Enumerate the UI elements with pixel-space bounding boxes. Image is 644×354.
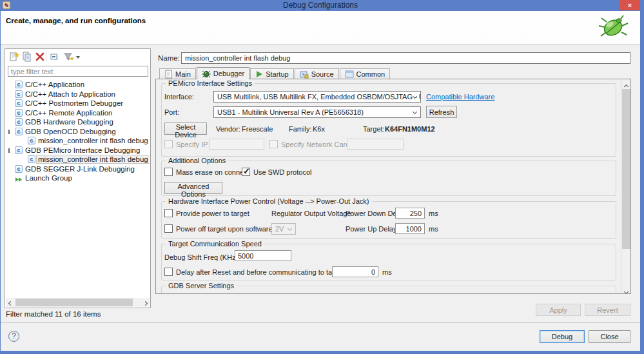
- family-label: Family:: [289, 125, 311, 133]
- vendor-value: Freescale: [242, 125, 273, 133]
- specify-network-checkbox[interactable]: [269, 140, 278, 148]
- sidebar-horizontal-scrollbar[interactable]: [6, 298, 150, 307]
- shift-freq-field[interactable]: [235, 250, 291, 261]
- tree-item-mission-controller-selected[interactable]: mission_controller int flash debug: [6, 155, 150, 164]
- tab-debugger[interactable]: Debugger: [197, 67, 249, 79]
- filter-input[interactable]: [8, 66, 148, 77]
- document-icon: [164, 70, 173, 79]
- delay-unit: ms: [382, 268, 392, 276]
- filter-menu-chevron-icon[interactable]: [76, 56, 80, 59]
- family-value: K6x: [313, 125, 325, 133]
- tab-startup[interactable]: Startup: [250, 68, 293, 79]
- configurations-tree: C/C++ Application C/C++ Attach to Applic…: [6, 80, 150, 297]
- close-icon[interactable]: ×: [620, 0, 640, 10]
- tree-item-gdb-hardware[interactable]: GDB Hardware Debugging: [6, 117, 150, 127]
- swd-protocol-checkbox[interactable]: [242, 168, 250, 176]
- scroll-right-icon[interactable]: [141, 298, 150, 307]
- duplicate-configuration-icon[interactable]: [22, 52, 32, 62]
- collapse-all-icon[interactable]: [50, 52, 60, 62]
- delay-after-reset-checkbox[interactable]: [164, 268, 173, 276]
- interface-label: Interface:: [164, 93, 194, 101]
- tab-main[interactable]: Main: [159, 68, 196, 79]
- provide-power-label: Provide power to target: [176, 210, 249, 217]
- new-configuration-icon[interactable]: [9, 52, 19, 62]
- expander-icon[interactable]: [8, 148, 10, 153]
- scroll-down-icon[interactable]: [621, 284, 631, 293]
- tree-item-gdb-segger[interactable]: GDB SEGGER J-Link Debugging: [6, 164, 150, 174]
- tab-source[interactable]: Source: [295, 68, 339, 79]
- advanced-options-button[interactable]: Advanced Options: [164, 182, 222, 194]
- refresh-button[interactable]: Refresh: [426, 106, 457, 118]
- c-app-icon: [28, 137, 35, 144]
- communication-speed-group: Target Communication Speed Debug Shift F…: [161, 244, 616, 280]
- target-label: Target:: [363, 125, 385, 133]
- scroll-thumb[interactable]: [15, 299, 133, 306]
- debug-configurations-dialog: Debug Configurations × Create, manage, a…: [0, 0, 644, 354]
- regulator-voltage-label: Regulator Output Voltage: [271, 210, 351, 217]
- dialog-header: Create, manage, and run configurations: [1, 11, 640, 45]
- vendor-label: Vendor:: [216, 125, 240, 133]
- specify-ip-checkbox[interactable]: [164, 140, 173, 148]
- tab-bar: Main Debugger Startup Source Common: [159, 67, 391, 79]
- help-icon[interactable]: ?: [8, 331, 19, 342]
- select-device-button[interactable]: Select Device: [164, 123, 207, 135]
- revert-button[interactable]: Revert: [585, 304, 630, 316]
- provide-power-checkbox[interactable]: [164, 209, 173, 217]
- mass-erase-label: Mass erase on connect: [176, 168, 249, 176]
- name-input[interactable]: [181, 52, 630, 64]
- tree-item-gdb-openocd[interactable]: GDB OpenOCD Debugging: [6, 127, 150, 137]
- filter-icon[interactable]: [63, 52, 73, 62]
- close-dialog-button[interactable]: Close: [589, 330, 630, 343]
- c-app-icon: [15, 146, 23, 154]
- apply-button[interactable]: Apply: [536, 304, 581, 316]
- form-vertical-scrollbar[interactable]: [621, 79, 630, 293]
- specify-network-field[interactable]: [347, 139, 404, 150]
- launch-group-icon: [15, 174, 23, 182]
- specify-ip-field[interactable]: [210, 139, 264, 150]
- sidebar-toolbar: [6, 50, 148, 63]
- pemicro-settings-group: PEMicro Interface Settings Interface: US…: [161, 83, 616, 157]
- debug-bug-icon: [598, 13, 629, 45]
- power-up-delay-label: Power Up Delay: [346, 225, 396, 233]
- table-icon: [345, 70, 354, 78]
- power-up-delay-field[interactable]: [395, 223, 425, 234]
- tree-item-cpp-application[interactable]: C/C++ Application: [6, 80, 150, 90]
- debugger-tab-panel: PEMicro Interface Settings Interface: US…: [155, 79, 631, 294]
- tree-item-gdb-pemicro[interactable]: GDB PEMicro Interface Debugging: [6, 146, 150, 155]
- chevron-down-icon: [413, 110, 417, 114]
- tree-item-launch-group[interactable]: Launch Group: [6, 173, 150, 183]
- scroll-left-icon[interactable]: [6, 298, 15, 307]
- power-down-delay-field[interactable]: [395, 208, 425, 219]
- delete-configuration-icon[interactable]: [35, 52, 45, 62]
- tree-item-cpp-attach[interactable]: C/C++ Attach to Application: [6, 90, 150, 99]
- voltage-combo[interactable]: 2V: [271, 223, 296, 235]
- gdb-server-settings-group: GDB Server Settings: [161, 286, 616, 294]
- power-off-label: Power off target upon software exit: [176, 225, 286, 233]
- scroll-up-icon[interactable]: [621, 79, 631, 88]
- power-off-checkbox[interactable]: [164, 224, 173, 233]
- expander-icon[interactable]: [8, 130, 10, 134]
- bug-icon: [202, 70, 211, 78]
- tree-item-cpp-postmortem[interactable]: C/C++ Postmortem Debugger: [6, 99, 150, 108]
- port-combo[interactable]: USB1 - Multilink Universal Rev A (PE5656…: [213, 106, 421, 118]
- interface-combo[interactable]: USB Multilink, USB Multilink FX, Embedde…: [213, 91, 421, 103]
- play-icon: [255, 70, 263, 78]
- tree-item-cpp-remote[interactable]: C/C++ Remote Application: [6, 108, 150, 118]
- name-label: Name:: [158, 54, 180, 62]
- delay-after-reset-label: Delay after Reset and before communicati…: [176, 268, 355, 276]
- tab-common[interactable]: Common: [340, 68, 391, 79]
- debug-button[interactable]: Debug: [540, 330, 585, 343]
- footer-separator: [1, 322, 641, 323]
- c-app-icon: [15, 165, 23, 173]
- titlebar[interactable]: Debug Configurations ×: [1, 0, 640, 11]
- port-label: Port:: [164, 108, 179, 116]
- mass-erase-checkbox[interactable]: [164, 168, 173, 176]
- filter-status: Filter matched 11 of 16 items: [6, 310, 101, 318]
- compatible-hardware-link[interactable]: Compatible Hardware: [426, 93, 494, 101]
- scroll-thumb[interactable]: [622, 89, 630, 249]
- tree-item-mission-controller-cmsisdap[interactable]: mission_controller int flash debug cmsis…: [6, 136, 150, 146]
- c-app-icon: [15, 99, 23, 107]
- c-app-icon: [15, 109, 23, 117]
- delay-after-reset-field[interactable]: [332, 266, 378, 277]
- additional-options-group: Additional Options Mass erase on connect…: [161, 161, 616, 196]
